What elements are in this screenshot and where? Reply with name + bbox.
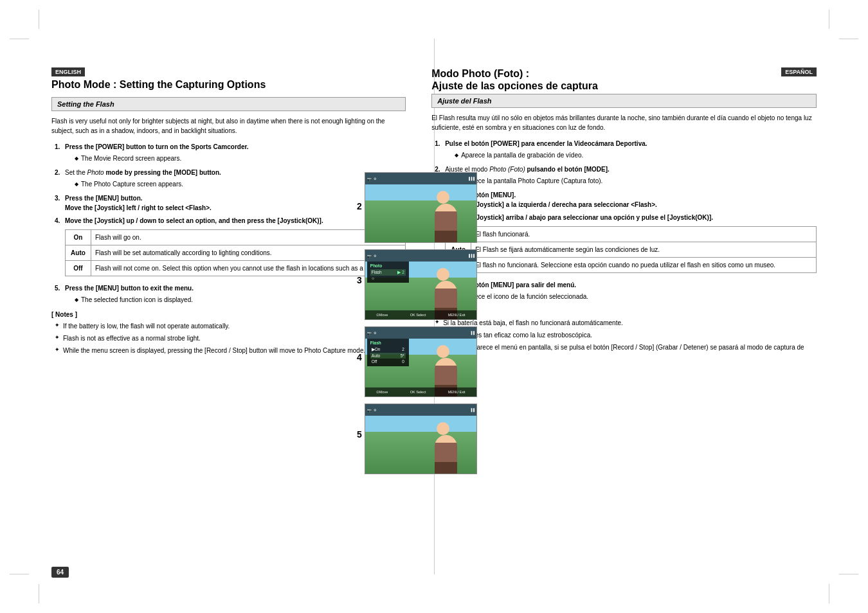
step3-content: Press the [MENU] button. Move the [Joyst…: [65, 193, 406, 213]
es-step2-content: Ajuste el modo Photo (Foto) pulsando el …: [445, 164, 817, 187]
cam-screen-3: Photo Flash▶ 2 ⊙ 📷 ⚙ ▐▐▐ ⊙: [365, 249, 477, 320]
es-step4-content: Mueva el [Joystick] arriba / abajo para …: [445, 213, 817, 277]
step2-bullet: The Photo Capture screen appears.: [75, 179, 406, 189]
step2-content: Set the Photo mode by pressing the [MODE…: [65, 168, 406, 190]
es-step2-bullet: Aparece la pantalla Photo Capture (Captu…: [455, 176, 817, 186]
note-1-en: If the battery is low, the flash will no…: [55, 321, 406, 331]
es-flash-options-table: On El flash funcionará. Auto El Flash se…: [445, 226, 817, 273]
english-steps: 1. Press the [POWER] button to turn on t…: [55, 142, 406, 306]
step3-num: 3.: [55, 193, 65, 213]
spanish-title: Modo Photo (Foto) :: [431, 67, 598, 80]
camera-step3: 3 Photo Flash▶ 2 ⊙ 📷 ⚙: [357, 249, 482, 320]
cam-screen-2: 📷 ⚙ ▐▐▐: [365, 172, 477, 243]
note-3-en: While the menu screen is displayed, pres…: [55, 346, 406, 355]
step2-num: 2.: [55, 168, 65, 190]
table-row: On Flash will go on.: [66, 230, 406, 245]
step1-bullet: The Movie Record screen appears.: [75, 154, 406, 163]
notes-header-es: [Notas]: [431, 308, 817, 315]
cam-step3-label: 3: [357, 275, 362, 285]
spanish-step-5: 5. Pulse el botón [MENU] para salir del …: [435, 280, 817, 303]
note-2-en: Flash is not as effective as a normal st…: [55, 333, 406, 343]
es-step3-content: Pulse el botón [MENU]. Mueva el [Joystic…: [445, 190, 817, 209]
table-cell-desc: El flash funcionará.: [471, 227, 817, 242]
table-cell-desc: El flash no funcionará. Seleccione esta …: [471, 258, 817, 273]
camera-illustrations: 2 📷 ⚙ ▐▐▐ 3: [357, 172, 482, 474]
table-row: Off Flash will not come on. Select this …: [66, 261, 406, 276]
table-cell-desc: El Flash se fijará automáticamente según…: [471, 242, 817, 258]
table-row: Auto Flash will be set automatically acc…: [66, 245, 406, 261]
spanish-badge: ESPAÑOL: [781, 67, 817, 76]
table-cell-label: On: [66, 230, 91, 245]
step5-num: 5.: [55, 283, 65, 306]
step1-content: Press the [POWER] button to turn on the …: [65, 142, 406, 164]
english-step-1: 1. Press the [POWER] button to turn on t…: [55, 142, 406, 164]
cam-step2-label: 2: [357, 201, 362, 211]
table-cell-label: Off: [66, 261, 91, 276]
note-1-es: Si la batería está baja, el flash no fun…: [435, 318, 817, 328]
table-row: Auto El Flash se fijará automáticamente …: [446, 242, 817, 258]
step1-num: 1.: [55, 142, 65, 164]
notes-header-en: [ Notes ]: [51, 311, 406, 318]
english-intro: Flash is very useful not only for bright…: [51, 116, 406, 136]
english-step-2: 2. Set the Photo mode by pressing the [M…: [55, 168, 406, 190]
camera-step2: 2 📷 ⚙ ▐▐▐: [357, 172, 482, 243]
english-step-5: 5. Press the [MENU] button to exit the m…: [55, 283, 406, 306]
english-notes: If the battery is low, the flash will no…: [55, 321, 406, 355]
es-step1-num: 1.: [435, 139, 445, 161]
cam-step5-label: 5: [357, 429, 362, 440]
spanish-section-header: Ajuste del Flash: [431, 94, 817, 108]
table-row: Off El flash no funcionará. Seleccione e…: [446, 258, 817, 273]
table-cell-label: Auto: [66, 245, 91, 261]
english-badge: ENGLISH: [51, 67, 85, 76]
english-step-4: 4. Move the [Joystick] up / down to sele…: [55, 216, 406, 280]
spanish-steps: 1. Pulse el botón [POWER] para encender …: [435, 139, 817, 303]
english-title: Photo Mode : Setting the Capturing Optio…: [51, 78, 406, 91]
step5-bullet: The selected function icon is displayed.: [75, 295, 406, 305]
note-2-es: El flash no es tan eficaz como la luz es…: [435, 330, 817, 340]
es-step5-content: Pulse el botón [MENU] para salir del men…: [445, 280, 817, 303]
spanish-notes: Si la batería está baja, el flash no fun…: [435, 318, 817, 362]
camera-step4: 4 Flash ▶On2 Auto5* Off0 📷 ⚙ ▐▐: [357, 326, 482, 397]
spanish-step-4: 4. Mueva el [Joystick] arriba / abajo pa…: [435, 213, 817, 277]
english-step-3: 3. Press the [MENU] button. Move the [Jo…: [55, 193, 406, 213]
english-section-header: Setting the Flash: [51, 97, 406, 111]
cam-screen-5: 📷 ⚙ ▐▐: [365, 404, 477, 474]
spanish-step-2: 2. Ajuste el modo Photo (Foto) pulsando …: [435, 164, 817, 187]
table-row: On El flash funcionará.: [446, 227, 817, 242]
flash-options-table: On Flash will go on. Auto Flash will be …: [65, 229, 406, 276]
cam-screen-4: Flash ▶On2 Auto5* Off0 📷 ⚙ ▐▐ ⊙MoveOK Se…: [365, 326, 477, 397]
step4-num: 4.: [55, 216, 65, 280]
page-number: 64: [51, 567, 69, 578]
step4-content: Move the [Joystick] up / down to select …: [65, 216, 406, 280]
spanish-intro: El Flash resulta muy útil no sólo en obj…: [431, 113, 817, 132]
step5-content: Press the [MENU] button to exit the menu…: [65, 283, 406, 306]
spanish-title-block: Modo Photo (Foto) : Ajuste de las opcion…: [431, 67, 598, 92]
spanish-title2: Ajuste de las opciones de captura: [431, 80, 598, 92]
camera-step5: 5 📷 ⚙ ▐▐: [357, 404, 482, 474]
es-step1-content: Pulse el botón [POWER] para encender la …: [445, 139, 817, 161]
es-step5-bullet: Aparece el icono de la función seleccion…: [455, 292, 817, 301]
note-3-es: Mientras aparece el menú en pantalla, si…: [435, 342, 817, 362]
spanish-step-1: 1. Pulse el botón [POWER] para encender …: [435, 139, 817, 161]
spanish-step-3: 3. Pulse el botón [MENU]. Mueva el [Joys…: [435, 190, 817, 209]
es-step1-bullet: Aparece la pantalla de grabación de víde…: [455, 150, 817, 160]
cam-step4-label: 4: [357, 352, 362, 362]
